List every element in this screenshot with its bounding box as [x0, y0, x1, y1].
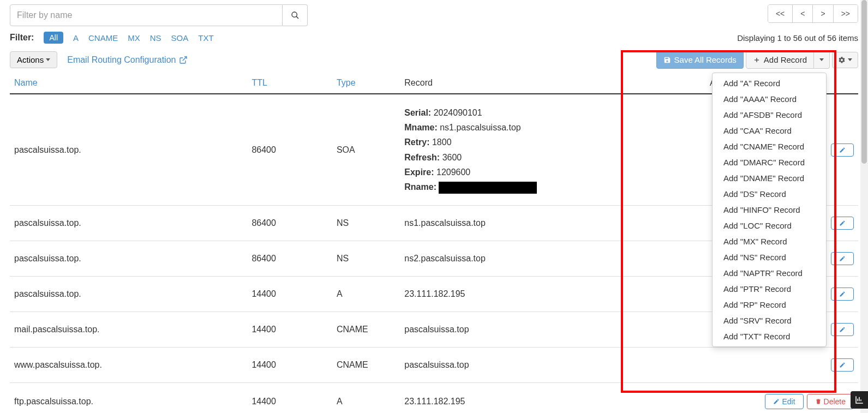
add-record-label: Add Record	[764, 55, 807, 64]
dropdown-item[interactable]: Add "AAAA" Record	[713, 91, 826, 107]
cell-type: CNAME	[332, 348, 400, 383]
gear-icon	[838, 56, 846, 64]
cell-ttl: 14400	[247, 277, 332, 312]
cell-name: ftp.pascalsuissa.top.	[10, 383, 247, 413]
dropdown-item[interactable]: Add "LOC" Record	[713, 218, 826, 234]
filter-type-a[interactable]: A	[73, 33, 79, 43]
dropdown-item[interactable]: Add "CAA" Record	[713, 123, 826, 139]
dropdown-item[interactable]: Add "SRV" Record	[713, 313, 826, 328]
edit-button[interactable]	[831, 217, 854, 230]
cell-ttl: 14400	[247, 383, 332, 413]
pencil-icon	[839, 147, 846, 153]
caret-down-icon	[46, 58, 50, 61]
svg-line-1	[296, 16, 298, 19]
chart-icon	[854, 395, 864, 405]
dropdown-item[interactable]: Add "RP" Record	[713, 297, 826, 313]
dropdown-item[interactable]: Add "TXT" Record	[713, 328, 826, 344]
settings-button[interactable]	[832, 52, 858, 68]
add-record-dropdown: Add "A" RecordAdd "AAAA" RecordAdd "AFSD…	[712, 73, 827, 347]
dropdown-item[interactable]: Add "NS" Record	[713, 249, 826, 265]
cell-record: ns2.pascalsuissa.top	[400, 241, 705, 277]
filter-label: Filter:	[10, 33, 34, 43]
pager-first[interactable]: <<	[768, 5, 792, 22]
redacted-block	[439, 182, 537, 194]
save-all-button[interactable]: Save All Records	[656, 51, 744, 69]
pencil-icon	[773, 398, 780, 405]
filter-type-txt[interactable]: TXT	[198, 33, 213, 43]
cell-ttl: 86400	[247, 241, 332, 277]
col-name[interactable]: Name	[10, 73, 247, 94]
cell-name: www.pascalsuissa.top.	[10, 348, 247, 383]
pager-last[interactable]: >>	[833, 5, 858, 22]
email-routing-link[interactable]: Email Routing Configuration	[67, 55, 188, 65]
dropdown-item[interactable]: Add "HINFO" Record	[713, 202, 826, 218]
dropdown-item[interactable]: Add "MX" Record	[713, 234, 826, 249]
filter-type-soa[interactable]: SOA	[171, 33, 189, 43]
plus-icon	[753, 56, 761, 64]
search-button[interactable]	[283, 4, 308, 26]
display-count: Displaying 1 to 56 out of 56 items	[737, 33, 858, 43]
filter-type-ns[interactable]: NS	[150, 33, 161, 43]
delete-button[interactable]: Delete	[807, 394, 854, 409]
pager-next[interactable]: >	[812, 5, 833, 22]
filter-type-cname[interactable]: CNAME	[88, 33, 118, 43]
dropdown-item[interactable]: Add "PTR" Record	[713, 281, 826, 297]
cell-name: pascalsuissa.top.	[10, 94, 247, 206]
cell-ttl: 14400	[247, 312, 332, 348]
dropdown-item[interactable]: Add "A" Record	[713, 75, 826, 91]
cell-record: pascalsuissa.top	[400, 348, 705, 383]
cell-record: Serial: 2024090101Mname: ns1.pascalsuiss…	[400, 94, 705, 206]
caret-down-icon	[848, 58, 852, 61]
cell-type: A	[332, 277, 400, 312]
caret-down-icon	[819, 58, 824, 61]
pencil-icon	[839, 255, 846, 262]
dropdown-item[interactable]: Add "DNAME" Record	[713, 170, 826, 186]
cell-record: 23.111.182.195	[400, 383, 705, 413]
cell-ttl: 86400	[247, 94, 332, 206]
edit-button[interactable]	[831, 288, 854, 301]
dropdown-item[interactable]: Add "DS" Record	[713, 186, 826, 202]
cell-record: pascalsuissa.top	[400, 312, 705, 348]
pencil-icon	[839, 291, 846, 297]
cell-ttl: 86400	[247, 206, 332, 241]
svg-line-2	[183, 57, 187, 61]
trash-icon	[815, 398, 822, 405]
add-record-button[interactable]: Add Record	[746, 51, 814, 69]
dropdown-item[interactable]: Add "DMARC" Record	[713, 154, 826, 170]
dropdown-item[interactable]: Add "AFSDB" Record	[713, 107, 826, 123]
cell-ttl: 14400	[247, 348, 332, 383]
col-type[interactable]: Type	[332, 73, 400, 94]
edit-button[interactable]	[831, 323, 854, 336]
cell-type: SOA	[332, 94, 400, 206]
filter-type-mx[interactable]: MX	[128, 33, 140, 43]
pencil-icon	[839, 362, 846, 368]
table-row: www.pascalsuissa.top.14400CNAMEpascalsui…	[10, 348, 858, 383]
pencil-icon	[839, 326, 846, 333]
cell-type: CNAME	[332, 312, 400, 348]
cell-name: pascalsuissa.top.	[10, 241, 247, 277]
edit-button[interactable]	[831, 252, 854, 265]
pencil-icon	[839, 220, 846, 226]
pager-group: << < > >>	[768, 4, 858, 23]
actions-label: Actions	[17, 55, 44, 64]
table-row: ftp.pascalsuissa.top.14400A23.111.182.19…	[10, 383, 858, 413]
add-record-toggle[interactable]	[814, 51, 830, 69]
feedback-badge[interactable]	[851, 391, 868, 409]
dropdown-item[interactable]: Add "NAPTR" Record	[713, 265, 826, 281]
edit-button[interactable]: Edit	[765, 394, 803, 409]
pager-prev[interactable]: <	[792, 5, 812, 22]
col-ttl[interactable]: TTL	[247, 73, 332, 94]
edit-button[interactable]	[831, 358, 854, 372]
dropdown-item[interactable]: Add "CNAME" Record	[713, 139, 826, 154]
edit-button[interactable]	[831, 143, 854, 157]
search-icon	[291, 11, 300, 20]
actions-button[interactable]: Actions	[10, 51, 57, 68]
cell-type: NS	[332, 206, 400, 241]
svg-point-0	[292, 12, 297, 17]
external-link-icon	[179, 56, 188, 64]
filter-input[interactable]	[10, 4, 283, 26]
filter-all[interactable]: All	[44, 32, 63, 44]
cell-record: 23.111.182.195	[400, 277, 705, 312]
cell-record: ns1.pascalsuissa.top	[400, 206, 705, 241]
cell-actions: EditDelete	[705, 383, 858, 413]
